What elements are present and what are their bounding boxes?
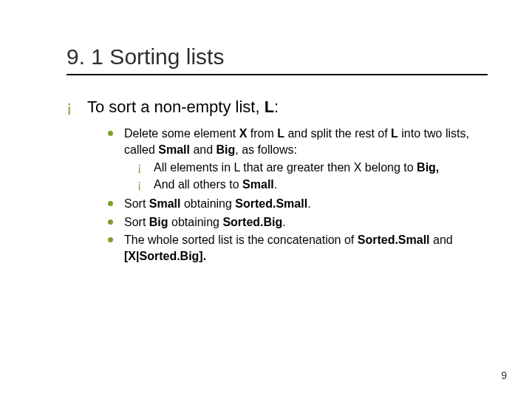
step-text: Sort Big obtaining Sorted.Big. (124, 216, 286, 228)
step-item: The whole sorted list is the concatenati… (105, 232, 488, 265)
substep-item: And all others to Small. (137, 177, 488, 193)
step-item: Delete some element X from L and split t… (105, 126, 488, 194)
main-point-bold: L (265, 98, 274, 116)
step-text: Delete some element X from L and split t… (124, 127, 469, 156)
step-item: Sort Big obtaining Sorted.Big. (105, 214, 488, 231)
page-number: 9 (501, 369, 507, 381)
main-point: To sort a non-empty list, L: Delete some… (66, 96, 488, 265)
bullet-list-level2: Delete some element X from L and split t… (105, 126, 488, 265)
step-item: Sort Small obtaining Sorted.Small. (105, 196, 488, 212)
bullet-list-level1: To sort a non-empty list, L: Delete some… (66, 96, 488, 265)
slide: 9. 1 Sorting lists To sort a non-empty l… (0, 0, 532, 399)
slide-title: 9. 1 Sorting lists (66, 44, 488, 69)
main-point-post: : (274, 98, 279, 116)
step-text: Sort Small obtaining Sorted.Small. (124, 197, 311, 210)
substep-item: All elements in L that are greater then … (137, 160, 488, 176)
main-point-pre: To sort a non-empty list, (87, 98, 265, 116)
bullet-list-level3: All elements in L that are greater then … (137, 160, 488, 193)
title-rule (66, 74, 488, 75)
step-text: The whole sorted list is the concatenati… (124, 233, 453, 262)
